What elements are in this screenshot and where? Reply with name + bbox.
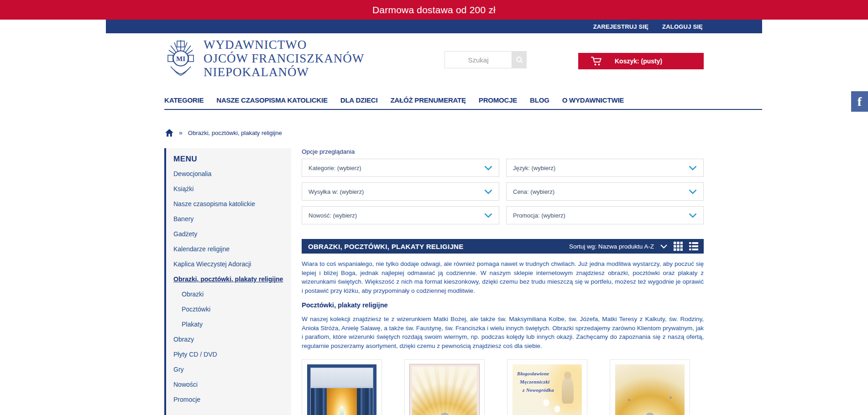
chevron-down-icon xyxy=(689,213,697,218)
chevron-down-icon xyxy=(689,189,697,194)
chapel-scene: Kaplica Wieczystej Adoracji - Niepokalan… xyxy=(310,368,373,415)
list-view-icon xyxy=(689,242,698,251)
sidebar-item-dewocjonalia[interactable]: Dewocjonalia xyxy=(173,166,288,182)
list-view-button[interactable] xyxy=(689,242,698,251)
free-shipping-text: Darmowa dostawa od 200 zł xyxy=(372,5,496,16)
search-form xyxy=(444,51,527,68)
grid-view-icon xyxy=(674,242,683,251)
category-description-text: W naszej kolekcji znajdziesz te z wizeru… xyxy=(302,315,704,350)
filter-label: Nowość: (wybierz) xyxy=(309,212,357,219)
filter-label: Wysyłka w: (wybierz) xyxy=(309,188,364,195)
card-script-line: z Nowogródka xyxy=(523,387,554,393)
product-card[interactable] xyxy=(404,359,485,415)
filter-label: Cena: (wybierz) xyxy=(513,188,554,195)
category-header-bar: OBRAZKI, POCZTÓWKI, PLAKATY RELIGIJNE So… xyxy=(302,239,704,254)
main-navigation: KATEGORIE NASZE CZASOPISMA KATOLICKIE DL… xyxy=(164,91,762,110)
card-script-line: Błogosławione xyxy=(517,371,549,376)
nav-item-blog[interactable]: BLOG xyxy=(530,96,549,104)
sidebar-item-plyty[interactable]: Płyty CD / DVD xyxy=(173,347,288,362)
cart-icon xyxy=(590,56,603,67)
sidebar-item-promocje[interactable]: Promocje xyxy=(173,392,288,407)
logo-mi-emblem-icon: MI xyxy=(164,38,197,78)
logo-text: WYDAWNICTWO OJCÓW FRANCISZKANÓW NIEPOKAL… xyxy=(204,38,364,79)
filter-dropdown-nowosc[interactable]: Nowość: (wybierz) xyxy=(302,206,499,224)
login-link[interactable]: ZALOGUJ SIĘ xyxy=(662,23,703,30)
register-link[interactable]: ZAREJESTRUJ SIĘ xyxy=(593,23,648,30)
cart-label: Koszyk: (pusty) xyxy=(615,57,662,65)
svg-text:MI: MI xyxy=(176,55,185,62)
nav-item-prenumerata[interactable]: ZAŁÓŻ PRENUMERATĘ xyxy=(390,96,465,104)
chevron-down-icon xyxy=(484,213,492,218)
sort-dropdown[interactable]: Sortuj wg: Nazwa produktu A-Z xyxy=(569,243,654,250)
cart-button[interactable]: Koszyk: (pusty) xyxy=(578,53,704,69)
sidebar-item-banery[interactable]: Banery xyxy=(173,212,288,227)
facebook-icon: f xyxy=(858,94,862,109)
product-grid: Kaplica Wieczystej Adoracji - Niepokalan… xyxy=(302,359,704,415)
product-card[interactable]: Kaplica Wieczystej Adoracji - Niepokalan… xyxy=(302,359,382,415)
nav-item-dla-dzieci[interactable]: DLA DZIECI xyxy=(340,96,378,104)
free-shipping-banner: Darmowa dostawa od 200 zł xyxy=(0,0,868,20)
filters-title: Opcje przeglądania xyxy=(302,148,704,155)
product-card[interactable] xyxy=(610,359,690,415)
sidebar-item-kalendarze[interactable]: Kalendarze religijne xyxy=(173,242,288,257)
filter-dropdown-wysylka[interactable]: Wysyłka w: (wybierz) xyxy=(302,182,499,201)
sidebar-item-gry[interactable]: Gry xyxy=(173,362,288,377)
facebook-tab[interactable]: f xyxy=(851,91,868,112)
sidebar-item-obrazki-pocztowki-plakaty[interactable]: Obrazki, pocztówki, plakaty religijne xyxy=(173,272,288,287)
home-link[interactable] xyxy=(165,129,173,137)
sidebar-subitem-plakaty[interactable]: Plakaty xyxy=(173,317,288,332)
sidebar-item-ksiazki[interactable]: Książki xyxy=(173,182,288,197)
breadcrumb: » Obrazki, pocztówki, plakaty religijne xyxy=(165,128,704,137)
home-icon xyxy=(165,129,173,137)
sidebar-menu: MENU Dewocjonalia Książki Nasze czasopis… xyxy=(164,148,291,415)
nav-item-promocje[interactable]: PROMOCJE xyxy=(479,96,517,104)
product-card[interactable]: Błogosławione Męczenniczki z Nowogródka xyxy=(507,359,587,415)
sidebar-subitem-pocztowki[interactable]: Pocztówki xyxy=(173,302,288,317)
filter-label: Promocja: (wybierz) xyxy=(513,212,565,219)
nav-item-kategorie[interactable]: KATEGORIE xyxy=(164,96,204,104)
sidebar-title: MENU xyxy=(173,155,288,164)
filter-dropdown-kategorie[interactable]: Kategorie: (wybierz) xyxy=(302,159,499,177)
chevron-down-icon[interactable] xyxy=(660,244,667,249)
filter-dropdown-cena[interactable]: Cena: (wybierz) xyxy=(506,182,704,201)
search-button[interactable] xyxy=(512,51,527,68)
product-image-golden-rays-framed xyxy=(410,364,479,415)
chevron-down-icon xyxy=(689,166,697,171)
category-title: OBRAZKI, POCZTÓWKI, PLAKATY RELIGIJNE xyxy=(308,243,464,250)
sidebar-item-gadzety[interactable]: Gadżety xyxy=(173,227,288,242)
search-input[interactable] xyxy=(444,51,512,68)
breadcrumb-separator: » xyxy=(179,129,183,136)
nav-item-o-wydawnictwie[interactable]: O WYDAWNICTWIE xyxy=(562,96,624,104)
account-bar: ZAREJESTRUJ SIĘ ZALOGUJ SIĘ xyxy=(106,20,762,33)
product-image-chapel: Kaplica Wieczystej Adoracji - Niepokalan… xyxy=(307,364,376,415)
sidebar-item-czasopisma[interactable]: Nasze czasopisma katolickie xyxy=(173,197,288,212)
doves-shape xyxy=(541,396,568,415)
sidebar-item-nowosci[interactable]: Nowości xyxy=(173,377,288,392)
site-header: MI WYDAWNICTWO OJCÓW FRANCISZKANÓW NIEPO… xyxy=(164,33,704,91)
filter-grid: Kategorie: (wybierz) Język: (wybierz) Wy… xyxy=(302,159,704,224)
card-script-line: Męczenniczki xyxy=(520,379,549,384)
filter-label: Język: (wybierz) xyxy=(513,165,555,171)
logo[interactable]: MI WYDAWNICTWO OJCÓW FRANCISZKANÓW NIEPO… xyxy=(164,38,364,79)
sidebar-subitem-obrazki[interactable]: Obrazki xyxy=(173,287,288,302)
category-intro-text: Wiara to coś wspaniałego, nie tylko doda… xyxy=(302,259,704,295)
sidebar-item-obrazy[interactable]: Obrazy xyxy=(173,332,288,347)
grid-view-button[interactable] xyxy=(674,242,683,251)
filter-dropdown-jezyk[interactable]: Język: (wybierz) xyxy=(506,159,704,177)
nav-item-czasopisma[interactable]: NASZE CZASOPISMA KATOLICKIE xyxy=(216,96,328,104)
chevron-down-icon xyxy=(484,189,492,194)
sidebar-item-kaplica[interactable]: Kaplica Wieczystej Adoracji xyxy=(173,257,288,272)
product-image-blessed-martyrs: Błogosławione Męczenniczki z Nowogródka xyxy=(512,364,582,415)
chevron-down-icon xyxy=(484,166,492,171)
search-icon xyxy=(515,56,523,64)
category-subheading: Pocztówki, plakaty religijne xyxy=(302,301,704,309)
breadcrumb-current: Obrazki, pocztówki, plakaty religijne xyxy=(188,130,282,136)
filter-dropdown-promocja[interactable]: Promocja: (wybierz) xyxy=(506,206,704,224)
filter-label: Kategorie: (wybierz) xyxy=(309,165,361,171)
product-image-golden-rays xyxy=(615,364,685,415)
